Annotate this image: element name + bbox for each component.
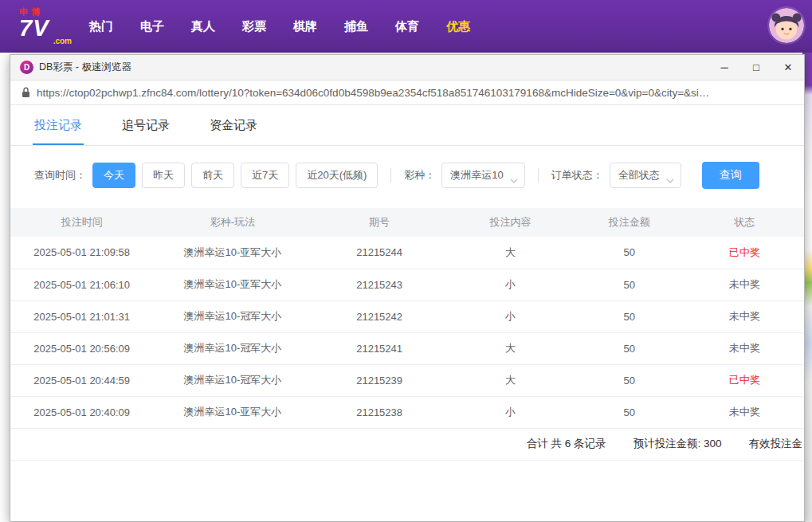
time-option-7days[interactable]: 近7天 xyxy=(241,163,289,188)
cell-bet-amount: 50 xyxy=(574,364,685,396)
bet-records-table: 投注时间 彩种-玩法 期号 投注内容 投注金额 状态 2025-05-01 21… xyxy=(10,208,804,429)
logo-suffix-text: .com xyxy=(19,37,72,45)
nav-item-hot[interactable]: 热门 xyxy=(89,19,113,34)
lock-icon[interactable] xyxy=(22,87,30,98)
cell-game-play: 澳洲幸运10-冠军大小 xyxy=(153,364,312,396)
cell-issue: 21215238 xyxy=(312,396,446,428)
header-bet-content: 投注内容 xyxy=(447,208,574,237)
avatar-image xyxy=(769,8,804,43)
cell-issue: 21215241 xyxy=(312,332,446,364)
summary-expected-amount: 预计投注金额: 300 xyxy=(633,437,721,451)
table-row: 2025-05-01 20:40:09 澳洲幸运10-亚军大小 21215238… xyxy=(10,396,804,428)
filter-divider xyxy=(390,168,391,183)
window-controls: ─ □ ✕ xyxy=(708,55,804,80)
cell-bet-time: 2025-05-01 21:01:31 xyxy=(10,300,153,332)
time-option-daybefore[interactable]: 前天 xyxy=(191,163,234,188)
nav-item-cards[interactable]: 棋牌 xyxy=(293,19,317,34)
page-content: 投注记录 追号记录 资金记录 查询时间： 今天 昨天 前天 近7天 近20天(低… xyxy=(10,105,804,521)
cell-bet-content: 小 xyxy=(447,300,574,332)
cell-bet-content: 大 xyxy=(447,332,574,364)
nav-item-live[interactable]: 真人 xyxy=(191,19,215,34)
status-badge: 未中奖 xyxy=(685,269,804,300)
status-badge: 未中奖 xyxy=(685,396,804,428)
main-nav: 热门 电子 真人 彩票 棋牌 捕鱼 体育 优惠 xyxy=(89,19,470,34)
cell-game-play: 澳洲幸运10-亚军大小 xyxy=(153,269,312,300)
site-logo[interactable]: 申博 7V .com xyxy=(19,5,72,48)
tab-chase-records[interactable]: 追号记录 xyxy=(120,105,171,145)
lottery-select[interactable]: 澳洲幸运10 xyxy=(441,163,524,188)
cell-issue: 21215239 xyxy=(312,364,446,396)
cell-bet-content: 小 xyxy=(447,269,574,300)
cell-bet-content: 大 xyxy=(447,237,574,269)
cell-bet-content: 小 xyxy=(447,396,574,428)
record-tabs: 投注记录 追号记录 资金记录 xyxy=(10,105,804,146)
nav-item-promos[interactable]: 优惠 xyxy=(446,19,470,34)
header-bet-amount: 投注金额 xyxy=(574,208,685,237)
header-issue: 期号 xyxy=(312,208,446,237)
logo-main-text: 7V xyxy=(19,17,72,39)
tab-fund-records[interactable]: 资金记录 xyxy=(208,105,259,145)
window-title: DB彩票 - 极速浏览器 xyxy=(39,61,708,74)
order-status-value: 全部状态 xyxy=(618,168,660,183)
cell-issue: 21215243 xyxy=(312,269,446,300)
table-row: 2025-05-01 21:09:58 澳洲幸运10-亚军大小 21215244… xyxy=(10,237,804,269)
time-filter-group: 今天 昨天 前天 近7天 近20天(低频) xyxy=(92,163,378,188)
chevron-down-icon xyxy=(666,174,674,186)
status-filter-label: 订单状态： xyxy=(551,168,603,183)
query-button[interactable]: 查询 xyxy=(702,162,759,189)
nav-item-fishing[interactable]: 捕鱼 xyxy=(344,19,368,34)
cell-bet-amount: 50 xyxy=(574,332,685,364)
url-bar[interactable]: https://ctop02pchwp1.zfnc84.com/lottery/… xyxy=(10,80,804,105)
table-header-row: 投注时间 彩种-玩法 期号 投注内容 投注金额 状态 xyxy=(10,208,804,237)
table-row: 2025-05-01 20:44:59 澳洲幸运10-冠军大小 21215239… xyxy=(10,364,804,396)
filter-divider-2 xyxy=(538,168,539,183)
time-filter-label: 查询时间： xyxy=(34,168,86,183)
time-option-yesterday[interactable]: 昨天 xyxy=(142,163,185,188)
cell-bet-time: 2025-05-01 21:06:10 xyxy=(10,269,153,300)
table-summary: 合计 共 6 条记录 预计投注金额: 300 有效投注金 xyxy=(10,429,804,461)
minimize-button[interactable]: ─ xyxy=(708,55,740,80)
status-badge: 未中奖 xyxy=(685,300,804,332)
cell-bet-time: 2025-05-01 20:44:59 xyxy=(10,364,153,396)
close-button[interactable]: ✕ xyxy=(772,55,804,80)
app-icon: D xyxy=(20,61,33,74)
chevron-down-icon xyxy=(510,174,518,186)
nav-item-lottery[interactable]: 彩票 xyxy=(242,19,266,34)
cell-game-play: 澳洲幸运10-亚军大小 xyxy=(153,237,312,269)
status-badge: 已中奖 xyxy=(685,364,804,396)
cell-bet-amount: 50 xyxy=(574,269,685,300)
cell-bet-time: 2025-05-01 20:40:09 xyxy=(10,396,153,428)
table-row: 2025-05-01 21:06:10 澳洲幸运10-亚军大小 21215243… xyxy=(10,269,804,300)
window-titlebar[interactable]: D DB彩票 - 极速浏览器 ─ □ ✕ xyxy=(10,55,804,80)
cell-bet-time: 2025-05-01 20:56:09 xyxy=(10,332,153,364)
time-option-today[interactable]: 今天 xyxy=(92,163,135,188)
nav-item-sports[interactable]: 体育 xyxy=(395,19,419,34)
maximize-button[interactable]: □ xyxy=(740,55,772,80)
nav-item-slots[interactable]: 电子 xyxy=(140,19,164,34)
table-row: 2025-05-01 20:56:09 澳洲幸运10-冠军大小 21215241… xyxy=(10,332,804,364)
lottery-select-value: 澳洲幸运10 xyxy=(450,168,503,183)
header-bet-time: 投注时间 xyxy=(10,208,153,237)
user-avatar[interactable] xyxy=(769,8,804,43)
url-text[interactable]: https://ctop02pchwp1.zfnc84.com/lottery/… xyxy=(37,87,793,99)
cell-bet-amount: 50 xyxy=(574,300,685,332)
cell-bet-amount: 50 xyxy=(574,237,685,269)
cell-issue: 21215244 xyxy=(312,237,446,269)
cell-bet-content: 大 xyxy=(447,364,574,396)
status-badge: 未中奖 xyxy=(685,332,804,364)
cell-bet-time: 2025-05-01 21:09:58 xyxy=(10,237,153,269)
site-topbar: 申博 7V .com 热门 电子 真人 彩票 棋牌 捕鱼 体育 优惠 xyxy=(0,0,812,53)
cell-game-play: 澳洲幸运10-冠军大小 xyxy=(153,300,312,332)
cell-bet-amount: 50 xyxy=(574,396,685,428)
table-row: 2025-05-01 21:01:31 澳洲幸运10-冠军大小 21215242… xyxy=(10,300,804,332)
screen: 申博 7V .com 热门 电子 真人 彩票 棋牌 捕鱼 体育 优惠 xyxy=(0,0,812,522)
lottery-filter-label: 彩种： xyxy=(404,168,435,183)
status-badge: 已中奖 xyxy=(685,237,804,269)
order-status-select[interactable]: 全部状态 xyxy=(610,163,681,188)
cell-issue: 21215242 xyxy=(312,300,446,332)
cell-game-play: 澳洲幸运10-冠军大小 xyxy=(153,332,312,364)
tab-bet-records[interactable]: 投注记录 xyxy=(33,105,84,145)
time-option-20days[interactable]: 近20天(低频) xyxy=(296,163,378,188)
browser-window: D DB彩票 - 极速浏览器 ─ □ ✕ https://ctop02pchwp… xyxy=(10,54,805,522)
filter-bar: 查询时间： 今天 昨天 前天 近7天 近20天(低频) 彩种： 澳洲幸运10 xyxy=(10,146,804,205)
